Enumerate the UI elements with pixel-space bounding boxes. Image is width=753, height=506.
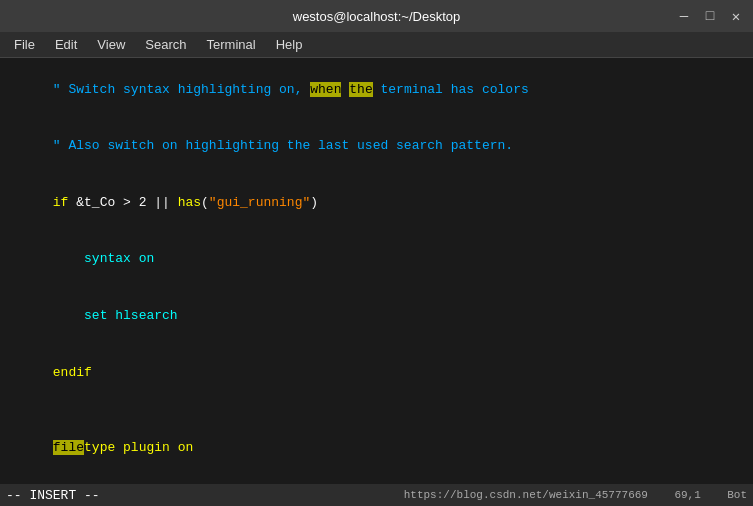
code-line: " Switch syntax highlighting on, when th… xyxy=(6,62,747,119)
titlebar: westos@localhost:~/Desktop — □ ✕ xyxy=(0,0,753,32)
menu-edit[interactable]: Edit xyxy=(45,35,87,54)
window-title: westos@localhost:~/Desktop xyxy=(293,9,460,24)
code-line: " Also switch on highlighting the last u… xyxy=(6,119,747,176)
code-line: filetype plugin on xyxy=(6,420,747,477)
status-url: https://blog.csdn.net/weixin_45777669 69… xyxy=(404,489,747,501)
maximize-button[interactable]: □ xyxy=(701,7,719,25)
menu-view[interactable]: View xyxy=(87,35,135,54)
code-line: endif xyxy=(6,345,747,402)
editor-area[interactable]: " Switch syntax highlighting on, when th… xyxy=(0,58,753,484)
close-button[interactable]: ✕ xyxy=(727,7,745,25)
editor-mode: -- INSERT -- xyxy=(6,488,100,503)
menu-search[interactable]: Search xyxy=(135,35,196,54)
code-line: set hlsearch xyxy=(6,288,747,345)
statusbar: -- INSERT -- https://blog.csdn.net/weixi… xyxy=(0,484,753,506)
minimize-button[interactable]: — xyxy=(675,7,693,25)
menu-help[interactable]: Help xyxy=(266,35,313,54)
code-line: syntax on xyxy=(6,232,747,289)
code-line xyxy=(6,401,747,420)
menubar: File Edit View Search Terminal Help xyxy=(0,32,753,58)
window-controls: — □ ✕ xyxy=(675,7,745,25)
terminal-window: westos@localhost:~/Desktop — □ ✕ File Ed… xyxy=(0,0,753,506)
code-line xyxy=(6,477,747,484)
menu-file[interactable]: File xyxy=(4,35,45,54)
menu-terminal[interactable]: Terminal xyxy=(197,35,266,54)
code-line: if &t_Co > 2 || has("gui_running") xyxy=(6,175,747,232)
